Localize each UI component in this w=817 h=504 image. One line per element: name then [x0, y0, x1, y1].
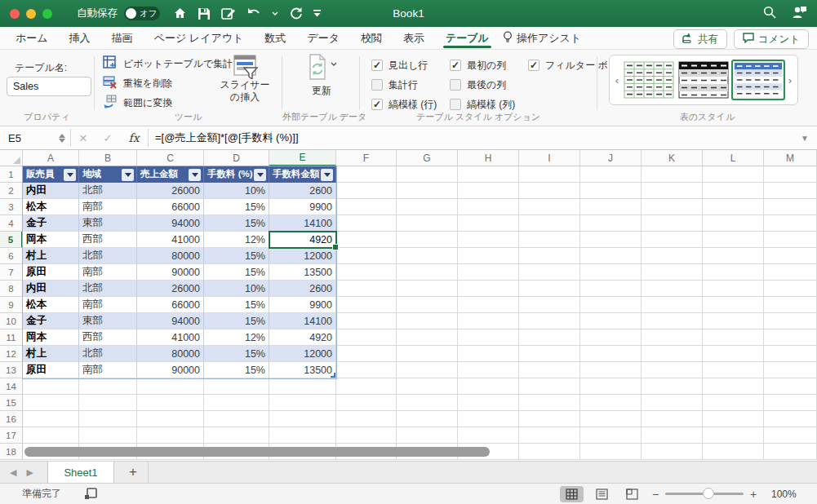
tab-データ[interactable]: データ	[296, 27, 350, 49]
cell-G15[interactable]	[397, 395, 458, 411]
checked-checkbox-icon[interactable]: ✓	[450, 60, 461, 71]
cell-H12[interactable]	[458, 346, 519, 362]
cell-F15[interactable]	[336, 395, 397, 411]
cell-L6[interactable]	[703, 248, 764, 264]
cell-J10[interactable]	[580, 313, 642, 329]
cell-E7[interactable]: 13500	[269, 264, 336, 281]
insert-slicer-button[interactable]: スライサー の挿入	[215, 55, 274, 104]
cell-D6[interactable]: 15%	[204, 248, 269, 264]
cell-H7[interactable]	[458, 264, 519, 281]
record-macro-icon[interactable]	[84, 488, 97, 500]
checkbox-最初の列[interactable]: ✓最初の列	[450, 55, 520, 75]
summarize-with-pivottable-button[interactable]: ピボットテーブルで集計	[103, 55, 233, 72]
cell-J3[interactable]	[580, 199, 642, 215]
cell-A12[interactable]: 村上	[23, 346, 79, 362]
row-header-9[interactable]: 9	[0, 297, 23, 313]
cell-K6[interactable]	[642, 248, 703, 264]
cell-B5[interactable]: 西部	[79, 232, 137, 248]
tab-ページ レイアウト[interactable]: ページ レイアウト	[144, 27, 255, 49]
cell-I16[interactable]	[519, 411, 580, 427]
tab-校閲[interactable]: 校閲	[350, 27, 393, 49]
cell-M5[interactable]	[764, 232, 817, 248]
cell-G12[interactable]	[397, 346, 458, 362]
page-break-view-button[interactable]	[620, 486, 644, 502]
row-header-12[interactable]: 12	[0, 346, 23, 362]
cell-M1[interactable]	[764, 166, 817, 183]
cell-E5[interactable]: 4920	[269, 232, 336, 248]
cell-K8[interactable]	[642, 281, 703, 297]
cell-H15[interactable]	[458, 395, 519, 411]
cell-A4[interactable]: 金子	[23, 215, 79, 232]
cell-L12[interactable]	[703, 346, 764, 362]
cell-H6[interactable]	[458, 248, 519, 264]
cell-K7[interactable]	[642, 264, 703, 281]
cell-L1[interactable]	[703, 166, 764, 183]
cell-I2[interactable]	[519, 183, 580, 199]
cell-I14[interactable]	[519, 378, 580, 395]
row-header-13[interactable]: 13	[0, 362, 23, 378]
convert-to-range-button[interactable]: 範囲に変換	[103, 95, 172, 111]
cell-L15[interactable]	[703, 395, 764, 411]
cell-I4[interactable]	[519, 215, 580, 232]
cell-H3[interactable]	[458, 199, 519, 215]
cell-G9[interactable]	[397, 297, 458, 313]
cell-B14[interactable]	[79, 378, 137, 395]
cell-H5[interactable]	[458, 232, 519, 248]
cell-K10[interactable]	[642, 313, 703, 329]
redo-icon[interactable]	[289, 7, 303, 20]
cell-E3[interactable]: 9900	[269, 199, 336, 215]
add-sheet-button[interactable]: +	[125, 464, 141, 480]
cell-F13[interactable]	[336, 362, 397, 378]
cell-A16[interactable]	[23, 411, 79, 427]
undo-icon[interactable]	[246, 7, 261, 20]
cell-B11[interactable]: 西部	[79, 329, 137, 346]
cell-D5[interactable]: 12%	[204, 232, 269, 248]
cell-H2[interactable]	[458, 183, 519, 199]
cell-I18[interactable]	[519, 444, 580, 460]
close-window-button[interactable]	[10, 9, 20, 19]
cell-F9[interactable]	[336, 297, 397, 313]
cell-F2[interactable]	[336, 183, 397, 199]
cell-D9[interactable]: 15%	[204, 297, 269, 313]
cell-D11[interactable]: 12%	[204, 329, 269, 346]
cell-L14[interactable]	[703, 378, 764, 395]
undo-menu-chevron-icon[interactable]	[272, 11, 278, 16]
enter-icon[interactable]: ✓	[95, 132, 120, 144]
cell-F10[interactable]	[336, 313, 397, 329]
cell-C1[interactable]: 売上金額	[137, 166, 204, 183]
cell-C6[interactable]: 80000	[137, 248, 204, 264]
cell-K3[interactable]	[642, 199, 703, 215]
prev-sheet-icon[interactable]: ◀	[10, 467, 16, 478]
cell-M12[interactable]	[764, 346, 817, 362]
cell-J5[interactable]	[580, 232, 642, 248]
cell-F17[interactable]	[336, 427, 397, 444]
cell-E13[interactable]: 13500	[269, 362, 336, 378]
cell-M18[interactable]	[764, 444, 817, 460]
unchecked-checkbox-icon[interactable]	[450, 99, 461, 110]
cancel-icon[interactable]: ✕	[71, 132, 95, 144]
row-header-11[interactable]: 11	[0, 329, 23, 346]
cell-I9[interactable]	[519, 297, 580, 313]
checked-checkbox-icon[interactable]: ✓	[528, 60, 539, 71]
cell-J16[interactable]	[580, 411, 642, 427]
customize-toolbar-icon[interactable]	[313, 10, 321, 17]
row-header-17[interactable]: 17	[0, 427, 23, 444]
cell-J1[interactable]	[580, 166, 642, 183]
name-box[interactable]: E5	[0, 132, 59, 144]
column-header-C[interactable]: C	[137, 150, 204, 166]
cell-B7[interactable]: 南部	[79, 264, 137, 281]
cell-F5[interactable]	[336, 232, 397, 248]
cell-K15[interactable]	[642, 395, 703, 411]
cell-K2[interactable]	[642, 183, 703, 199]
cell-I1[interactable]	[519, 166, 580, 183]
cell-E8[interactable]: 2600	[269, 281, 336, 297]
cell-I3[interactable]	[519, 199, 580, 215]
checkbox-最後の列[interactable]: 最後の列	[450, 75, 520, 95]
cell-A14[interactable]	[23, 378, 79, 395]
cell-A9[interactable]: 松本	[23, 297, 79, 313]
formula-bar-expand-icon[interactable]: ▼	[801, 134, 809, 143]
cell-I8[interactable]	[519, 281, 580, 297]
cell-M4[interactable]	[764, 215, 817, 232]
cell-G7[interactable]	[397, 264, 458, 281]
cell-E11[interactable]: 4920	[269, 329, 336, 346]
